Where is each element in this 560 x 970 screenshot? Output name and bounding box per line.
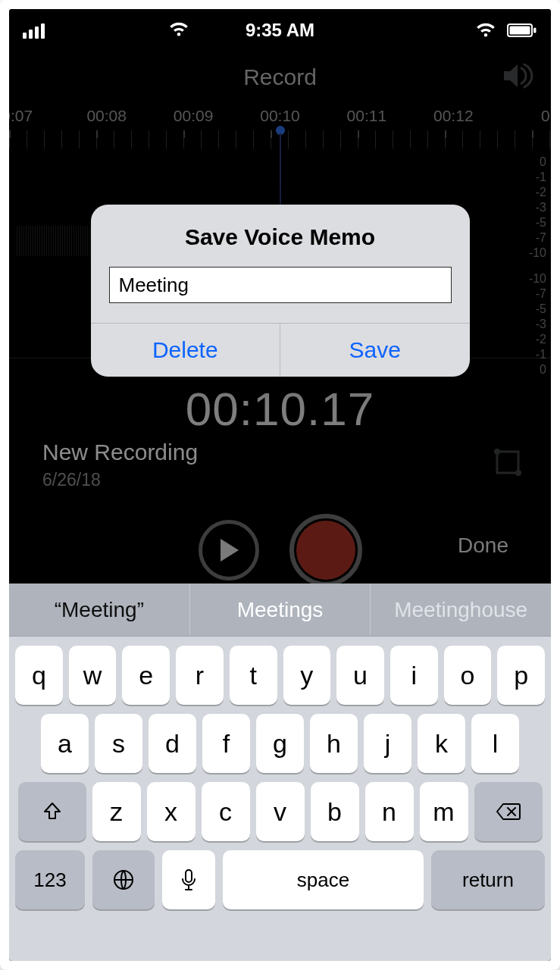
suggestion-3[interactable]: Meetinghouse — [371, 584, 551, 636]
key-n[interactable]: n — [365, 782, 414, 841]
key-l[interactable]: l — [471, 714, 519, 773]
key-v[interactable]: v — [256, 782, 305, 841]
key-p[interactable]: p — [497, 646, 545, 705]
key-a[interactable]: a — [41, 714, 89, 773]
backspace-key[interactable] — [474, 782, 543, 841]
key-r[interactable]: r — [176, 646, 224, 705]
status-time: 9:35 AM — [9, 20, 551, 41]
key-t[interactable]: t — [230, 646, 277, 705]
key-o[interactable]: o — [444, 646, 492, 705]
key-e[interactable]: e — [122, 646, 170, 705]
key-s[interactable]: s — [95, 714, 142, 773]
key-i[interactable]: i — [390, 646, 438, 705]
wifi-icon — [168, 21, 189, 38]
dictation-key[interactable] — [162, 850, 215, 909]
suggestion-bar: “Meeting” Meetings Meetinghouse — [9, 584, 551, 637]
key-g[interactable]: g — [256, 714, 304, 773]
key-u[interactable]: u — [336, 646, 384, 705]
suggestion-2[interactable]: Meetings — [190, 584, 371, 636]
delete-button[interactable]: Delete — [91, 324, 280, 377]
key-q[interactable]: q — [15, 646, 63, 705]
key-k[interactable]: k — [418, 714, 465, 773]
globe-key[interactable] — [92, 850, 155, 909]
key-w[interactable]: w — [69, 646, 117, 705]
save-memo-dialog: Save Voice Memo Delete Save — [91, 205, 470, 377]
dialog-title: Save Voice Memo — [91, 205, 470, 267]
key-m[interactable]: m — [420, 782, 468, 841]
keyboard: “Meeting” Meetings Meetinghouse qwertyui… — [9, 584, 551, 961]
key-d[interactable]: d — [149, 714, 196, 773]
return-key[interactable]: return — [431, 850, 545, 909]
key-c[interactable]: c — [202, 782, 250, 841]
numbers-key[interactable]: 123 — [15, 850, 85, 909]
key-f[interactable]: f — [202, 714, 250, 773]
shift-key[interactable] — [18, 782, 86, 841]
key-z[interactable]: z — [92, 782, 141, 841]
key-x[interactable]: x — [147, 782, 196, 841]
key-j[interactable]: j — [364, 714, 411, 773]
key-b[interactable]: b — [311, 782, 359, 841]
save-button[interactable]: Save — [280, 324, 470, 377]
space-key[interactable]: space — [223, 850, 424, 909]
key-y[interactable]: y — [283, 646, 331, 705]
key-h[interactable]: h — [310, 714, 358, 773]
svg-rect-7 — [186, 870, 192, 882]
memo-name-input[interactable] — [109, 267, 452, 303]
status-bar: 9:35 AM — [9, 9, 551, 52]
suggestion-1[interactable]: “Meeting” — [9, 584, 190, 636]
